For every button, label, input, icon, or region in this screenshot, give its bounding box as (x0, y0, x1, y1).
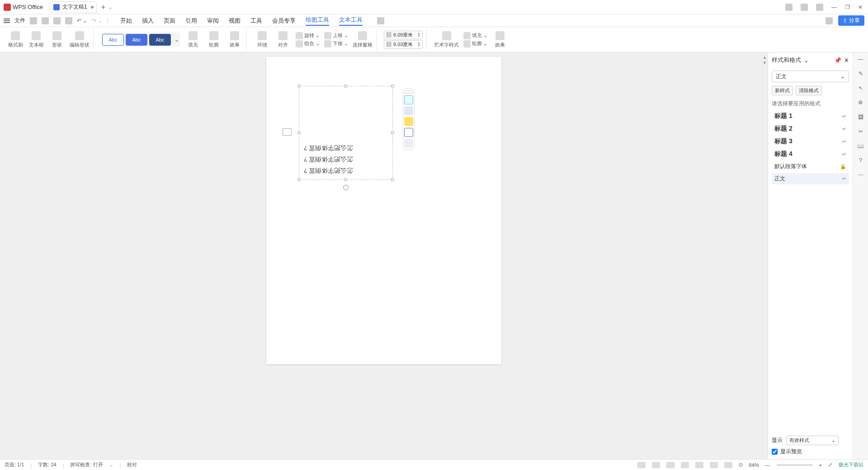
wrap-button[interactable]: 环绕 (254, 31, 270, 48)
share-button[interactable]: ⇪ 分享 (838, 15, 864, 26)
style-heading4[interactable]: 标题 4↵ (772, 148, 849, 160)
wordart-button[interactable]: 艺术字样式 (434, 31, 459, 48)
close-button[interactable]: ✕ (858, 4, 863, 10)
view-mode-4-icon[interactable] (681, 462, 689, 468)
resize-handle-n[interactable] (344, 85, 347, 88)
link-icon[interactable] (42, 17, 49, 24)
style-default-para[interactable]: 默认段落字体🔒 (772, 161, 849, 172)
print-icon[interactable] (53, 17, 61, 24)
menu-view[interactable]: 视图 (229, 17, 241, 25)
style-sample-2[interactable]: Abc (126, 34, 147, 46)
cloud-icon[interactable] (826, 17, 833, 24)
tools-icon[interactable]: ✂ (859, 128, 863, 135)
menu-insert[interactable]: 插入 (142, 17, 154, 25)
move-down-button[interactable]: 下移⌄ (324, 40, 348, 47)
height-input[interactable]: 8.03厘米 ▲▼ (384, 40, 423, 49)
canvas[interactable]: ▲▼ 怎么把字体倒置？ 怎么把字体倒置？ 怎么把字体倒置？ (0, 52, 768, 459)
new-style-chip[interactable]: 新样式 (772, 86, 793, 95)
edit-shape-button[interactable]: 编辑形状 (70, 31, 90, 48)
outline-button[interactable]: 轮廓 (206, 31, 222, 48)
save-icon[interactable] (30, 17, 37, 24)
rotate-handle[interactable] (343, 185, 349, 190)
tab-menu-icon[interactable]: ⌄ (108, 4, 113, 10)
format-brush-button[interactable]: 格式刷 (7, 31, 24, 48)
fullscreen-icon[interactable]: ⤢ (828, 462, 832, 468)
text-effect-button[interactable]: 效果 (492, 31, 508, 48)
resize-handle-se[interactable] (391, 178, 394, 181)
show-preview-checkbox[interactable]: 显示预览 (772, 448, 849, 456)
menu-draw-tools[interactable]: 绘图工具 (306, 16, 329, 26)
resize-handle-ne[interactable] (391, 85, 394, 88)
gallery-more-icon[interactable]: ⌄ (173, 37, 179, 43)
status-words[interactable]: 字数: 24 (38, 461, 56, 468)
clear-format-chip[interactable]: 清除格式 (796, 86, 822, 95)
print-preview-icon[interactable] (65, 17, 72, 24)
maximize-button[interactable]: ❐ (845, 4, 850, 10)
view-mode-1-icon[interactable] (637, 462, 646, 468)
hamburger-icon[interactable] (4, 19, 10, 23)
zoom-out-button[interactable]: — (765, 462, 770, 468)
float-layout-icon[interactable] (404, 95, 413, 104)
textbox-button[interactable]: 文本框 (28, 31, 44, 48)
zoom-fit-icon[interactable]: ⊙ (739, 462, 743, 468)
shape-button[interactable]: 形状 (49, 31, 65, 48)
menu-text-tools[interactable]: 文本工具 (339, 16, 363, 26)
search-icon[interactable] (377, 17, 384, 24)
panel-icon[interactable] (785, 4, 793, 11)
fill-button[interactable]: 填充 (185, 31, 201, 48)
menu-tools[interactable]: 工具 (250, 17, 262, 25)
resize-handle-w[interactable] (297, 131, 301, 134)
file-menu[interactable]: 文件 (14, 17, 25, 24)
view-mode-7-icon[interactable] (724, 462, 732, 468)
redo-button[interactable]: ↷ ⌄ (92, 18, 102, 24)
group-button[interactable]: 组合⌄ (296, 40, 320, 47)
undo-button[interactable]: ↶ ⌄ (77, 18, 87, 24)
settings-icon[interactable]: ⚙ (858, 99, 863, 106)
pointer-icon[interactable]: ↖ (859, 85, 863, 91)
view-mode-2-icon[interactable] (652, 462, 660, 468)
width-input[interactable]: 8.09厘米 ▲▼ (384, 31, 423, 39)
show-preview-input[interactable] (772, 449, 778, 455)
status-proof[interactable]: 校对 (127, 461, 137, 468)
minimize-button[interactable]: — (831, 4, 837, 10)
shape-style-gallery[interactable]: Abc Abc Abc ⌄ (101, 33, 180, 47)
view-mode-3-icon[interactable] (666, 462, 675, 468)
style-bodytext[interactable]: 正文↵ (772, 173, 849, 184)
user-avatar-icon[interactable] (816, 4, 823, 11)
menu-start[interactable]: 开始 (120, 17, 132, 25)
document-tab[interactable]: 文字文稿1 (49, 1, 97, 13)
spin-down-icon[interactable]: ▼ (417, 44, 420, 47)
display-filter-dropdown[interactable]: 有效样式 ⌄ (786, 436, 839, 445)
menu-ref[interactable]: 引用 (185, 17, 197, 25)
style-sample-1[interactable]: Abc (102, 34, 124, 46)
new-tab-button[interactable]: + (101, 3, 105, 11)
view-mode-6-icon[interactable] (710, 462, 718, 468)
menu-member[interactable]: 会员专享 (272, 17, 296, 25)
resize-handle-s[interactable] (344, 178, 347, 181)
style-heading2[interactable]: 标题 2↵ (772, 123, 849, 135)
resize-handle-e[interactable] (391, 131, 394, 134)
panel-close-icon[interactable]: ✕ (844, 57, 849, 64)
spell-chevron-icon[interactable]: ⌄ (109, 462, 113, 468)
resize-handle-sw[interactable] (297, 178, 301, 181)
edit-icon[interactable]: ✎ (859, 70, 863, 77)
current-style-dropdown[interactable]: 正文 ⌄ (772, 70, 849, 82)
menu-review[interactable]: 审阅 (207, 17, 219, 25)
float-highlight-icon[interactable] (404, 117, 413, 126)
zoom-in-button[interactable]: + (819, 462, 822, 468)
float-minus-icon[interactable] (404, 91, 413, 94)
view-mode-5-icon[interactable] (695, 462, 703, 468)
style-heading3[interactable]: 标题 3↵ (772, 136, 849, 147)
resize-handle-nw[interactable] (297, 85, 301, 88)
rotate-button[interactable]: 旋转⌄ (296, 32, 320, 39)
menu-page[interactable]: 页面 (164, 17, 175, 25)
text-fill-button[interactable]: 填充⌄ (463, 32, 487, 39)
style-heading1[interactable]: 标题 1↵ (772, 110, 849, 122)
document-page[interactable]: 怎么把字体倒置？ 怎么把字体倒置？ 怎么把字体倒置？ (266, 57, 501, 364)
cube-icon[interactable] (801, 4, 808, 11)
more-icon[interactable]: ⋯ (858, 172, 863, 178)
float-shape-fill-icon[interactable] (404, 128, 413, 137)
align-button[interactable]: 对齐 (275, 31, 291, 48)
float-fill-icon[interactable] (404, 106, 413, 115)
effect-button[interactable]: 效果 (226, 31, 243, 48)
